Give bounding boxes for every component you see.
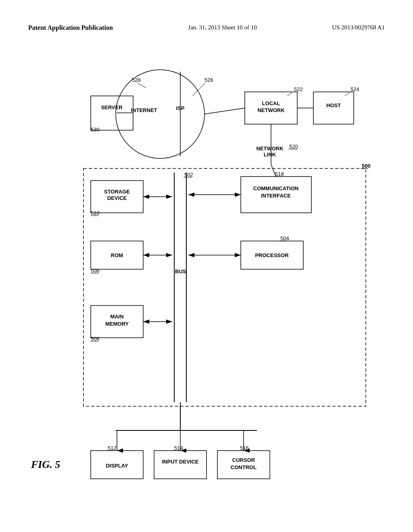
svg-text:508: 508 bbox=[91, 268, 100, 274]
svg-text:506: 506 bbox=[91, 336, 100, 342]
svg-text:MEMORY: MEMORY bbox=[105, 321, 129, 327]
svg-text:502: 502 bbox=[184, 172, 193, 178]
svg-text:524: 524 bbox=[350, 86, 359, 92]
svg-rect-40 bbox=[168, 170, 190, 402]
svg-text:COMMUNICATION: COMMUNICATION bbox=[253, 185, 298, 191]
svg-text:NETWORK: NETWORK bbox=[256, 145, 284, 152]
svg-line-53 bbox=[271, 164, 276, 177]
svg-text:526: 526 bbox=[204, 77, 213, 83]
svg-text:LINK: LINK bbox=[264, 152, 276, 158]
svg-text:DEVICE: DEVICE bbox=[107, 195, 127, 201]
svg-text:504: 504 bbox=[280, 235, 289, 241]
svg-text:528: 528 bbox=[132, 77, 141, 83]
svg-text:DISPLAY: DISPLAY bbox=[106, 463, 128, 469]
svg-text:STORAGE: STORAGE bbox=[104, 189, 130, 195]
header-date-sheet: Jan. 31, 2013 Sheet 10 of 10 bbox=[188, 24, 257, 31]
svg-text:LOCAL: LOCAL bbox=[262, 100, 280, 106]
svg-text:INTERNET: INTERNET bbox=[131, 107, 157, 113]
svg-text:BUS: BUS bbox=[175, 268, 186, 274]
svg-text:ROM: ROM bbox=[111, 252, 123, 258]
svg-text:INTERFACE: INTERFACE bbox=[261, 193, 291, 199]
svg-text:510: 510 bbox=[91, 210, 100, 216]
header-publication-type: Patent Application Publication bbox=[28, 24, 113, 31]
svg-text:HOST: HOST bbox=[326, 102, 341, 108]
svg-text:518: 518 bbox=[275, 171, 284, 177]
svg-text:500: 500 bbox=[362, 163, 371, 169]
svg-text:INPUT DEVICE: INPUT DEVICE bbox=[162, 459, 198, 465]
svg-text:512: 512 bbox=[108, 445, 117, 451]
svg-text:CURSOR: CURSOR bbox=[232, 457, 255, 463]
patent-diagram: INTERNET 528 ISP 526 LOCAL NETWORK 522 H… bbox=[31, 48, 382, 503]
svg-text:MAIN: MAIN bbox=[110, 314, 123, 320]
svg-point-4 bbox=[116, 70, 204, 158]
svg-line-20 bbox=[345, 92, 350, 96]
page: Patent Application Publication Jan. 31, … bbox=[0, 0, 413, 532]
header-patent-number: US 2013/0029768 A1 bbox=[332, 24, 385, 31]
svg-text:PROCESSOR: PROCESSOR bbox=[255, 252, 289, 258]
svg-text:522: 522 bbox=[294, 86, 303, 92]
svg-line-10 bbox=[192, 83, 205, 96]
svg-rect-77 bbox=[154, 451, 206, 479]
svg-text:530: 530 bbox=[91, 127, 100, 133]
svg-text:NETWORK: NETWORK bbox=[257, 107, 285, 113]
svg-line-25 bbox=[204, 108, 245, 114]
figure-label: FIG. 5 bbox=[31, 459, 60, 471]
svg-text:SERVER: SERVER bbox=[101, 104, 123, 110]
svg-text:CONTROL: CONTROL bbox=[231, 464, 257, 470]
page-header: Patent Application Publication Jan. 31, … bbox=[28, 24, 385, 31]
svg-line-7 bbox=[138, 83, 146, 88]
svg-text:516: 516 bbox=[240, 445, 249, 451]
svg-rect-32 bbox=[83, 168, 366, 406]
svg-text:520: 520 bbox=[289, 143, 298, 150]
svg-line-16 bbox=[287, 92, 292, 96]
svg-text:514: 514 bbox=[174, 445, 183, 451]
